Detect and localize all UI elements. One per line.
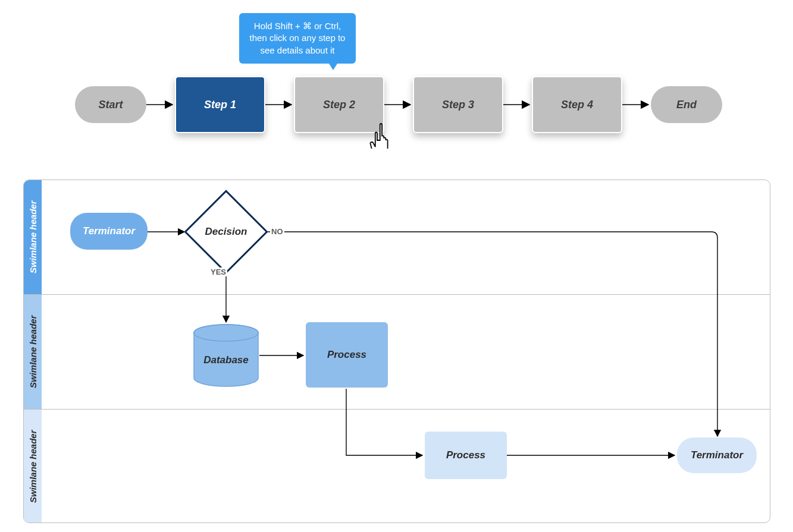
swimlane-1-body [42,180,770,294]
flow-step-2-label: Step 2 [323,99,355,111]
flow-step-4[interactable]: Step 4 [532,76,622,133]
flow-start-terminator[interactable]: Start [75,86,146,123]
lane1-terminator[interactable]: Terminator [70,213,148,250]
lane2-process-label: Process [327,349,366,361]
swimlane-3-header-label: Swimlane header [28,430,38,503]
step-tooltip-text: Hold Shift + ⌘ or Ctrl, then click on an… [250,21,346,55]
swimlane-3-header[interactable]: Swimlane header [24,410,42,523]
flow-end-terminator[interactable]: End [651,86,722,123]
flow-start-label: Start [98,99,123,111]
flow-step-3-label: Step 3 [442,99,474,111]
flow-end-label: End [676,99,697,111]
lane3-process-label: Process [446,449,485,461]
diagram-canvas: Start Step 1 Step 2 Step 3 Step 4 End Ho… [0,0,793,532]
swimlane-2-header-label: Swimlane header [28,316,38,389]
swimlane-1-header[interactable]: Swimlane header [24,180,42,294]
step-decor-bar [494,80,499,130]
swimlane-3: Swimlane header [24,410,770,523]
flow-step-3[interactable]: Step 3 [413,76,503,133]
step-tooltip: Hold Shift + ⌘ or Ctrl, then click on an… [239,13,356,64]
flow-step-4-label: Step 4 [561,99,593,111]
swimlane-2-body [42,295,770,409]
swimlane-1-header-label: Swimlane header [28,201,38,274]
lane1-terminator-label: Terminator [83,225,135,237]
lane3-terminator-label: Terminator [691,449,743,461]
step-decor-bar [613,80,618,130]
lane1-decision-label: Decision [205,226,247,238]
lane2-process[interactable]: Process [306,322,388,388]
flow-step-1[interactable]: Step 1 [175,76,265,133]
swimlane-2: Swimlane header [24,295,770,410]
lane2-database[interactable]: Database [193,323,259,388]
swimlane-3-body [42,410,770,523]
tooltip-tail [325,57,341,70]
flow-step-1-label: Step 1 [204,99,236,111]
step-decor-bar [418,80,422,130]
cursor-hand-icon [368,121,391,151]
step-decor-bar [299,80,303,130]
swimlane-2-header[interactable]: Swimlane header [24,295,42,409]
decision-yes-label: YES [209,267,227,276]
lane3-terminator[interactable]: Terminator [677,437,757,473]
step-decor-bar [180,80,184,130]
step-decor-bar [537,80,541,130]
lane2-database-label: Database [203,354,249,366]
lane3-process[interactable]: Process [425,432,507,479]
step-decor-bar [256,80,261,130]
decision-no-label: NO [270,227,284,236]
lane1-decision[interactable]: Decision [196,202,256,262]
